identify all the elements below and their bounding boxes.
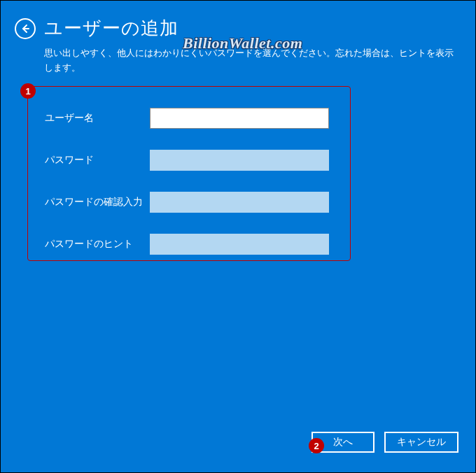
cancel-button[interactable]: キャンセル: [384, 432, 458, 453]
back-button[interactable]: [15, 18, 36, 39]
next-button[interactable]: 次へ: [312, 432, 374, 453]
password-hint-input[interactable]: [150, 234, 329, 255]
password-label: パスワード: [45, 154, 150, 167]
username-input[interactable]: [150, 108, 329, 129]
password-input[interactable]: [150, 150, 329, 171]
page-title: ユーザーの追加: [44, 16, 178, 41]
username-label: ユーザー名: [45, 112, 150, 125]
arrow-left-icon: [20, 23, 31, 34]
password-hint-label: パスワードのヒント: [45, 238, 150, 250]
password-confirm-label: パスワードの確認入力: [45, 196, 150, 209]
password-confirm-input[interactable]: [150, 192, 329, 213]
user-form: ユーザー名 パスワード パスワードの確認入力 パスワードのヒント: [27, 86, 351, 261]
page-subtitle: 思い出しやすく、他人にはわかりにくいパスワードを選んでください。忘れた場合は、ヒ…: [1, 46, 475, 76]
